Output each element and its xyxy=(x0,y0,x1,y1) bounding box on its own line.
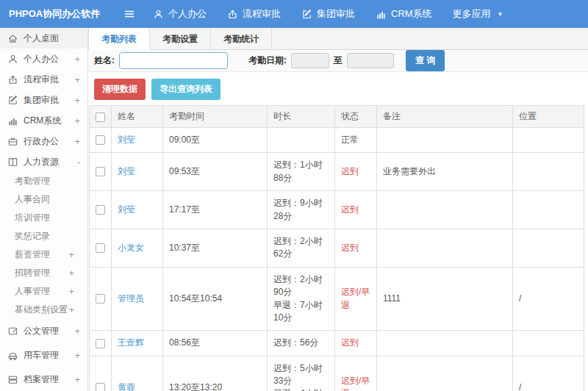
sidebar: 个人桌面 个人办公 + 流程审批 + 集团审批 + CRM系统 xyxy=(0,28,88,391)
location xyxy=(513,229,584,267)
employee-name-link[interactable]: 刘莹 xyxy=(118,204,135,215)
tab[interactable]: 考勤设置 xyxy=(150,28,211,50)
attendance-time: 08:56至 xyxy=(163,331,268,356)
sidebar-subitem[interactable]: 人事管理 + xyxy=(0,282,87,301)
action-bar: 清理数据 导出查询列表 xyxy=(88,72,588,105)
expand-toggle-icon[interactable]: + xyxy=(74,374,80,385)
table-row: 小龙女 10:37至 迟到：2小时62分 迟到 xyxy=(90,229,584,267)
select-all-checkbox[interactable] xyxy=(96,112,105,122)
user-icon xyxy=(153,9,164,20)
row-checkbox[interactable] xyxy=(96,294,105,304)
col-header-time: 考勤时间 xyxy=(163,106,268,128)
sidebar-subitem[interactable]: 基础类别设置 + xyxy=(0,301,87,319)
date-from-input[interactable] xyxy=(291,53,329,68)
location xyxy=(513,128,584,153)
topnav-item[interactable]: 更多应用 ▼ xyxy=(442,0,514,28)
tab[interactable]: 考勤列表 xyxy=(88,28,150,50)
note: 1111 xyxy=(377,267,513,331)
employee-name-link[interactable]: 管理员 xyxy=(118,293,144,304)
search-button[interactable]: 查 询 xyxy=(406,50,445,71)
status-badge: 迟到/早退 xyxy=(335,267,377,331)
expand-toggle-icon[interactable]: + xyxy=(74,326,80,337)
status-badge: 迟到/早退 xyxy=(335,356,377,391)
status-badge: 迟到 xyxy=(335,153,377,191)
row-checkbox[interactable] xyxy=(96,205,105,215)
topnav-item[interactable]: 流程审批 xyxy=(217,0,291,28)
expand-toggle-icon[interactable]: + xyxy=(74,54,80,65)
expand-toggle-icon[interactable]: + xyxy=(68,249,74,260)
sidebar-item[interactable]: 行政办公 + xyxy=(0,131,87,151)
row-checkbox[interactable] xyxy=(96,339,105,348)
sidebar-item[interactable]: 集团审批 + xyxy=(0,90,87,110)
workflow-icon xyxy=(227,9,238,20)
attendance-time: 09:53至 xyxy=(163,153,268,191)
status-badge: 正常 xyxy=(335,128,377,153)
expand-toggle-icon[interactable]: + xyxy=(68,286,74,297)
date-to-input[interactable] xyxy=(347,53,394,68)
car-icon xyxy=(7,350,18,361)
user-icon xyxy=(7,54,18,65)
tab[interactable]: 考勤统计 xyxy=(211,28,272,50)
col-header-location: 位置 xyxy=(513,106,584,128)
employee-name-link[interactable]: 小龙女 xyxy=(118,243,144,253)
edit-icon xyxy=(7,95,18,106)
document-icon xyxy=(7,326,18,337)
sidebar-item[interactable]: CRM系统 + xyxy=(0,110,87,131)
status-badge: 迟到 xyxy=(335,229,377,267)
export-list-button[interactable]: 导出查询列表 xyxy=(151,79,220,100)
sidebar-item[interactable]: 流程审批 + xyxy=(0,69,87,90)
note xyxy=(377,356,513,391)
row-checkbox[interactable] xyxy=(96,383,105,391)
row-checkbox[interactable] xyxy=(96,243,105,253)
location: / xyxy=(513,356,584,391)
sidebar-subitem[interactable]: 培训管理 xyxy=(0,209,87,227)
topnav-item[interactable]: CRM系统 xyxy=(365,0,442,28)
note xyxy=(377,191,513,229)
sidebar-item[interactable]: 人力资源 - xyxy=(0,151,87,172)
duration: 迟到：2小时62分 xyxy=(268,229,335,267)
sidebar-item[interactable]: 个人桌面 xyxy=(0,28,87,49)
clean-data-button[interactable]: 清理数据 xyxy=(94,79,146,100)
expand-toggle-icon[interactable]: + xyxy=(74,115,80,126)
sidebar-subitem[interactable]: 招聘管理 + xyxy=(0,264,87,282)
note: 业务需要外出 xyxy=(377,153,513,191)
expand-toggle-icon[interactable]: + xyxy=(74,74,80,85)
status-badge: 迟到 xyxy=(335,331,377,356)
sidebar-subitem[interactable]: 人事合同 xyxy=(0,190,87,209)
status-badge: 迟到 xyxy=(335,191,377,229)
expand-toggle-icon[interactable]: + xyxy=(74,136,80,147)
sidebar-subitem[interactable]: 薪资管理 + xyxy=(0,245,87,264)
expand-toggle-icon[interactable]: + xyxy=(68,268,74,279)
location: / xyxy=(513,267,584,331)
attendance-time: 10:37至 xyxy=(163,229,268,267)
main-content: 考勤列表考勤设置考勤统计 姓名: 考勤日期: 至 查 询 清理数据 导出查询列表 xyxy=(88,28,588,391)
expand-toggle-icon[interactable]: + xyxy=(68,304,74,315)
app-title: PHPOA协同办公软件 xyxy=(0,7,116,21)
table-row: 刘莹 09:00至 正常 xyxy=(90,128,584,153)
archive-icon xyxy=(7,374,18,385)
topnav-item[interactable]: 集团审批 xyxy=(291,0,365,28)
sidebar-subitem[interactable]: 奖惩记录 xyxy=(0,227,87,245)
top-navigation: 个人办公 流程审批 集团审批 CRM系统 更多应用 ▼ xyxy=(143,0,514,28)
expand-toggle-icon[interactable]: + xyxy=(74,95,80,106)
sidebar-item[interactable]: 个人办公 + xyxy=(0,49,87,69)
menu-toggle-button[interactable] xyxy=(116,0,143,28)
sidebar-subitem[interactable]: 考勤管理 xyxy=(0,172,87,190)
employee-name-link[interactable]: 刘莹 xyxy=(118,166,135,176)
expand-toggle-icon[interactable]: + xyxy=(74,350,80,361)
row-checkbox[interactable] xyxy=(96,167,105,176)
expand-toggle-icon[interactable]: - xyxy=(77,157,80,168)
note xyxy=(377,128,513,153)
table-header-row: 姓名 考勤时间 时长 状态 备注 位置 xyxy=(90,106,584,128)
employee-name-link[interactable]: 王壹辉 xyxy=(118,337,144,348)
attendance-table: 姓名 考勤时间 时长 状态 备注 位置 刘莹 09:00至 正常 刘莹 09:5… xyxy=(89,105,584,391)
sidebar-item[interactable]: 用车管理 + xyxy=(0,343,87,367)
row-checkbox[interactable] xyxy=(96,135,105,145)
name-input[interactable] xyxy=(119,52,228,69)
sidebar-item[interactable]: 公文管理 + xyxy=(0,319,87,343)
sidebar-item[interactable]: 档案管理 + xyxy=(0,367,87,391)
employee-name-link[interactable]: 刘莹 xyxy=(118,134,135,145)
topnav-item[interactable]: 个人办公 xyxy=(143,0,217,28)
employee-name-link[interactable]: 黄蓉 xyxy=(118,382,135,391)
note xyxy=(377,229,513,267)
